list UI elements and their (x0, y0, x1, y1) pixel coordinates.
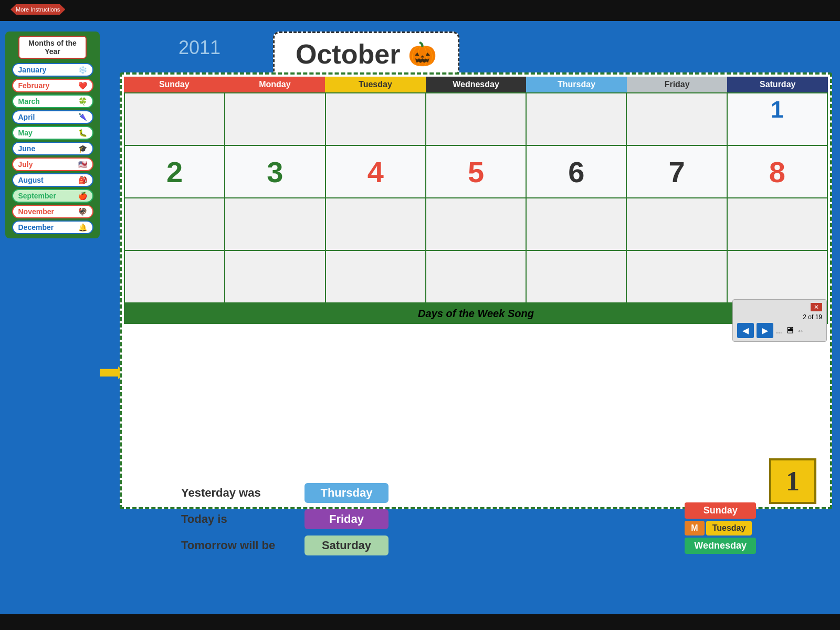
calendar-cell-empty-18 (326, 251, 426, 303)
sidebar-item-january[interactable]: January ❄️ (12, 63, 93, 77)
tomorrow-day-badge: Saturday (304, 536, 388, 555)
more-instructions-label: More Instructions (16, 6, 60, 13)
calendar-cell-4: 4 (326, 146, 426, 198)
march-label: March (18, 97, 40, 106)
calendar-cell-empty-17 (225, 251, 326, 303)
float-tuesday-partial: Tuesday (706, 521, 752, 536)
today-day-badge: Friday (304, 509, 388, 529)
sidebar-item-december[interactable]: December 🔔 (12, 220, 93, 234)
yesterday-day-badge: Thursday (304, 483, 388, 503)
header-friday: Friday (627, 77, 728, 92)
sidebar-item-march[interactable]: March 🍀 (12, 94, 93, 108)
calendar-cell-6: 6 (527, 146, 627, 198)
calendar-cell-empty-5 (527, 93, 627, 146)
nav-controls: ✕ 2 of 19 ◀ ▶ ... 🖥 ↔ (732, 299, 827, 342)
december-label: December (18, 223, 54, 232)
day-headers: Sunday Monday Tuesday Wednesday Thursday… (124, 77, 828, 92)
today-row: Today is Friday (181, 509, 388, 529)
nav-prev-button[interactable]: ◀ (737, 323, 754, 338)
more-instructions-button[interactable]: More Instructions (10, 4, 65, 15)
may-label: May (18, 129, 33, 137)
calendar-cell-empty-15 (728, 198, 828, 251)
calendar-cell-3: 3 (225, 146, 326, 198)
february-icon: ❤️ (78, 81, 87, 90)
sidebar: Months of the Year January ❄️ February ❤… (5, 32, 100, 238)
calendar-cell-empty-20 (527, 251, 627, 303)
calendar-wrapper: Sunday Monday Tuesday Wednesday Thursday… (120, 72, 832, 509)
sidebar-item-september[interactable]: September 🍎 (12, 189, 93, 203)
sidebar-item-november[interactable]: November 🦃 (12, 205, 93, 218)
july-label: July (18, 160, 33, 169)
month-title: October 🎃 (273, 32, 459, 77)
nav-close-button[interactable]: ✕ (811, 303, 822, 311)
sidebar-item-may[interactable]: May 🐛 (12, 126, 93, 140)
calendar-cell-empty-12 (426, 198, 527, 251)
bottom-info: Yesterday was Thursday Today is Friday T… (181, 483, 388, 562)
calendar-cell-empty-11 (326, 198, 426, 251)
sidebar-item-february[interactable]: February ❤️ (12, 79, 93, 92)
pumpkin-icon: 🎃 (408, 40, 437, 68)
calendar-cell-empty-13 (527, 198, 627, 251)
counter-value: 1 (769, 458, 816, 504)
calendar-cell-8: 8 (728, 146, 828, 198)
yesterday-row: Yesterday was Thursday (181, 483, 388, 503)
may-icon: 🐛 (78, 129, 87, 137)
april-label: April (18, 113, 35, 121)
calendar-cell-empty-4 (426, 93, 527, 146)
yesterday-label: Yesterday was (181, 486, 297, 500)
header-saturday: Saturday (727, 77, 828, 92)
november-icon: 🦃 (78, 207, 87, 216)
top-bar (0, 0, 840, 21)
header-tuesday: Tuesday (325, 77, 426, 92)
calendar-cell-empty-1 (125, 93, 225, 146)
calendar-cell-2: 2 (125, 146, 225, 198)
header-wednesday: Wednesday (426, 77, 527, 92)
calendar-cell-empty-16 (125, 251, 225, 303)
november-label: November (18, 207, 54, 216)
sidebar-item-july[interactable]: July 🇺🇸 (12, 158, 93, 171)
months-title: Months of the Year (18, 36, 87, 59)
calendar-cell-empty-2 (225, 93, 326, 146)
sidebar-item-april[interactable]: April 🌂 (12, 110, 93, 124)
september-label: September (18, 192, 56, 200)
august-label: August (18, 176, 44, 184)
floating-day-badges: Sunday M Tuesday Wednesday (685, 502, 756, 554)
header-thursday: Thursday (526, 77, 627, 92)
month-name: October (296, 38, 400, 70)
calendar-cell-1: 1 (728, 93, 828, 146)
january-icon: ❄️ (78, 66, 87, 74)
calendar-grid: 1 2 3 4 5 6 7 8 (124, 92, 828, 303)
monitor-icon: 🖥 (785, 325, 794, 336)
march-icon: 🍀 (78, 97, 87, 106)
calendar-cell-empty-3 (326, 93, 426, 146)
calendar-cell-empty-6 (627, 93, 727, 146)
header-sunday: Sunday (124, 77, 225, 92)
january-label: January (18, 66, 47, 74)
june-label: June (18, 144, 36, 153)
nav-next-button[interactable]: ▶ (757, 323, 773, 338)
august-icon: 🎒 (78, 176, 87, 184)
calendar-cell-empty-21 (627, 251, 727, 303)
calendar-cell-empty-14 (627, 198, 727, 251)
resize-icon: ↔ (797, 327, 804, 335)
float-monday: M (685, 521, 704, 536)
float-sunday: Sunday (685, 502, 756, 519)
tomorrow-row: Tomorrow will be Saturday (181, 536, 388, 555)
sidebar-item-august[interactable]: August 🎒 (12, 173, 93, 187)
july-icon: 🇺🇸 (78, 160, 87, 169)
bottom-bar (0, 614, 840, 630)
days-counter: 1 (769, 458, 816, 504)
december-icon: 🔔 (78, 223, 87, 232)
days-song-bar: Days of the Week Song (124, 303, 828, 324)
calendar-cell-7: 7 (627, 146, 727, 198)
tomorrow-label: Tomorrow will be (181, 539, 297, 552)
today-label: Today is (181, 512, 297, 526)
calendar-cell-5: 5 (426, 146, 527, 198)
june-icon: 🎓 (78, 144, 87, 153)
calendar-cell-empty-10 (225, 198, 326, 251)
float-wednesday: Wednesday (685, 538, 756, 554)
calendar-cell-empty-19 (426, 251, 527, 303)
april-icon: 🌂 (78, 113, 87, 121)
sidebar-item-june[interactable]: June 🎓 (12, 142, 93, 155)
calendar-cell-empty-9 (125, 198, 225, 251)
